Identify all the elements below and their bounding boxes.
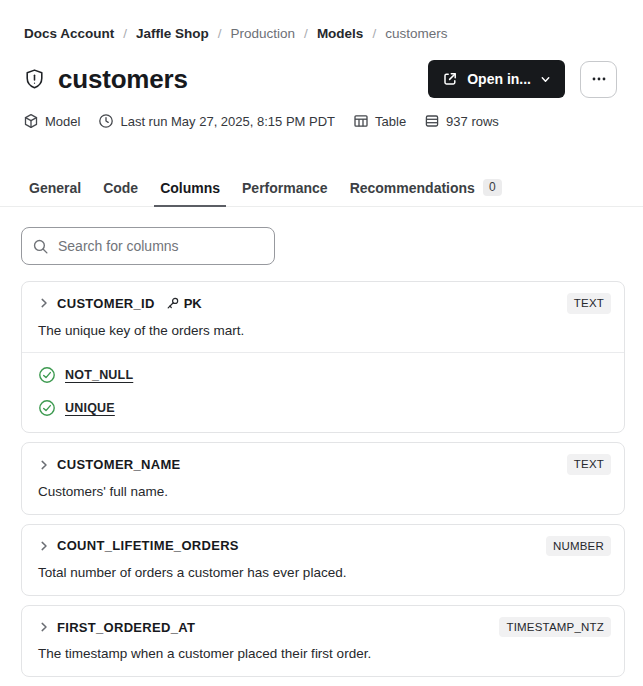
breadcrumb-item-production[interactable]: Production: [231, 26, 296, 41]
tab-code-label: Code: [103, 180, 138, 196]
database-rows-icon: [424, 113, 440, 129]
tab-performance[interactable]: Performance: [236, 180, 334, 207]
meta-materialization: Table: [353, 113, 406, 129]
column-card-customer-name: CUSTOMER_NAME TEXT Customers' full name.: [21, 442, 625, 514]
test-row-not-null[interactable]: NOT_NULL: [38, 366, 608, 384]
breadcrumb-separator: /: [304, 26, 308, 41]
primary-key-indicator: PK: [165, 296, 202, 311]
column-header[interactable]: CUSTOMER_ID PK TEXT The unique k: [22, 282, 624, 352]
meta-row-count-label: 937 rows: [446, 114, 499, 129]
tab-recommendations[interactable]: Recommendations 0: [344, 179, 508, 207]
column-type-badge: TEXT: [567, 293, 611, 313]
breadcrumb-item-docs-account[interactable]: Docs Account: [24, 26, 114, 41]
breadcrumb-separator: /: [123, 26, 127, 41]
title-row: customers Open in...: [0, 60, 643, 98]
meta-last-run-label: Last run May 27, 2025, 8:15 PM PDT: [120, 114, 335, 129]
open-in-button[interactable]: Open in...: [428, 60, 565, 98]
open-in-button-label: Open in...: [467, 71, 531, 87]
pk-label: PK: [184, 296, 202, 311]
model-details-page: Docs Account / Jaffle Shop / Production …: [0, 0, 643, 686]
column-name: CUSTOMER_NAME: [57, 457, 181, 472]
tab-general[interactable]: General: [23, 180, 87, 207]
column-name: CUSTOMER_ID: [57, 296, 155, 311]
page-title: customers: [58, 64, 188, 95]
cube-icon: [23, 113, 39, 129]
meta-materialization-label: Table: [375, 114, 406, 129]
breadcrumb: Docs Account / Jaffle Shop / Production …: [0, 0, 643, 41]
meta-last-run: Last run May 27, 2025, 8:15 PM PDT: [98, 113, 335, 129]
tab-columns[interactable]: Columns: [154, 180, 226, 207]
column-type-badge: NUMBER: [546, 536, 611, 556]
tab-code[interactable]: Code: [97, 180, 144, 207]
meta-resource-type-label: Model: [45, 114, 80, 129]
breadcrumb-item-customers: customers: [385, 26, 447, 41]
column-description: Customers' full name.: [38, 484, 611, 501]
column-type-badge: TEXT: [567, 454, 611, 474]
breadcrumb-separator: /: [218, 26, 222, 41]
breadcrumb-item-models[interactable]: Models: [317, 26, 364, 41]
title-actions: Open in...: [428, 60, 617, 98]
meta-row-count: 937 rows: [424, 113, 499, 129]
key-icon: [165, 296, 180, 311]
table-icon: [353, 113, 369, 129]
column-tests: NOT_NULL UNIQUE: [22, 352, 624, 432]
search-icon: [32, 238, 49, 255]
column-description: The timestamp when a customer placed the…: [38, 646, 611, 663]
column-header[interactable]: FIRST_ORDERED_AT TIMESTAMP_NTZ The times…: [22, 606, 624, 676]
external-link-icon: [442, 71, 458, 87]
chevron-down-icon: [540, 74, 551, 85]
breadcrumb-item-jaffle-shop[interactable]: Jaffle Shop: [136, 26, 209, 41]
check-circle-icon: [38, 366, 56, 384]
meta-resource-type: Model: [23, 113, 80, 129]
check-circle-icon: [38, 399, 56, 417]
tab-columns-label: Columns: [160, 180, 220, 196]
tab-bar: General Code Columns Performance Recomme…: [0, 179, 643, 207]
column-search[interactable]: [21, 227, 275, 265]
tab-recommendations-label: Recommendations: [350, 180, 475, 196]
column-name: FIRST_ORDERED_AT: [57, 620, 195, 635]
more-actions-button[interactable]: [580, 61, 617, 98]
ellipsis-icon: [590, 70, 608, 88]
clock-icon: [98, 113, 114, 129]
test-link-not-null[interactable]: NOT_NULL: [65, 368, 133, 382]
search-input[interactable]: [58, 238, 264, 254]
tab-general-label: General: [29, 180, 81, 196]
column-header[interactable]: COUNT_LIFETIME_ORDERS NUMBER Total numbe…: [22, 525, 624, 595]
column-description: The unique key of the orders mart.: [38, 323, 611, 340]
columns-list: CUSTOMER_ID PK TEXT The unique k: [0, 281, 643, 686]
recommendations-count-badge: 0: [483, 179, 502, 196]
tab-performance-label: Performance: [242, 180, 328, 196]
column-card-count-lifetime-orders: COUNT_LIFETIME_ORDERS NUMBER Total numbe…: [21, 524, 625, 596]
column-type-badge: TIMESTAMP_NTZ: [499, 617, 611, 637]
column-name: COUNT_LIFETIME_ORDERS: [57, 538, 239, 553]
breadcrumb-separator: /: [372, 26, 376, 41]
chevron-right-icon[interactable]: [38, 297, 50, 309]
test-link-unique[interactable]: UNIQUE: [65, 401, 115, 415]
chevron-right-icon[interactable]: [38, 459, 50, 471]
shield-alert-icon: [22, 67, 47, 92]
test-row-unique[interactable]: UNIQUE: [38, 399, 608, 417]
column-header[interactable]: CUSTOMER_NAME TEXT Customers' full name.: [22, 443, 624, 513]
column-card-customer-id: CUSTOMER_ID PK TEXT The unique k: [21, 281, 625, 433]
column-card-first-ordered-at: FIRST_ORDERED_AT TIMESTAMP_NTZ The times…: [21, 605, 625, 677]
meta-row: Model Last run May 27, 2025, 8:15 PM PDT: [0, 113, 643, 129]
chevron-right-icon[interactable]: [38, 621, 50, 633]
chevron-right-icon[interactable]: [38, 540, 50, 552]
column-description: Total number of orders a customer has ev…: [38, 565, 611, 582]
